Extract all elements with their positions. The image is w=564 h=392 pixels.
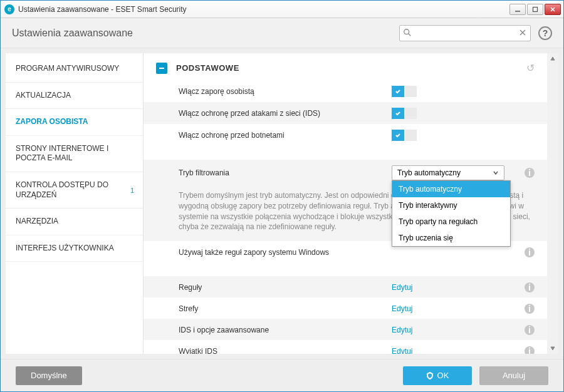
label-enable-ids: Włącz ochronę przed atakami z sieci (IDS… [179,109,392,118]
info-icon[interactable]: i [525,325,535,335]
search-icon [403,28,412,37]
sidebar-item-update[interactable]: AKTUALIZACJA [6,83,143,110]
window-frame: e Ustawienia zaawansowane - ESET Smart S… [0,0,564,392]
content: PROGRAM ANTYWIRUSOWY AKTUALIZACJA ZAPORA… [1,48,563,359]
search-box [399,25,531,41]
row-zones: Strefy Edytuj i [144,297,547,319]
default-button[interactable]: Domyślne [16,366,82,385]
link-edit-zones[interactable]: Edytuj [392,304,412,313]
link-edit-ids-exc[interactable]: Edytuj [392,347,412,354]
chevron-down-icon [493,170,499,176]
toggle-enable-firewall[interactable] [392,86,417,97]
svg-point-4 [404,29,409,34]
svg-line-5 [409,33,411,36]
sidebar-item-antivirus[interactable]: PROGRAM ANTYWIRUSOWY [6,56,143,83]
header: Ustawienia zaawansowane ? [1,18,563,48]
info-icon[interactable]: i [525,247,535,257]
info-icon[interactable]: i [525,282,535,292]
row-filter-mode: Tryb filtrowania Tryb automatyczny Tryb … [144,160,547,185]
minimize-button[interactable] [509,4,526,15]
dropdown-option[interactable]: Tryb uczenia się [392,230,510,246]
settings-panel: PODSTAWOWE ↺ Włącz zaporę osobistą Włącz… [144,53,547,354]
scrollbar[interactable] [547,53,558,354]
scroll-down-icon[interactable] [547,343,558,354]
sidebar-item-web-email[interactable]: STRONY INTERNETOWE I POCZTA E-MAIL [6,136,143,172]
svg-marker-9 [551,347,555,350]
link-edit-rules[interactable]: Edytuj [392,283,412,292]
clear-search-icon[interactable] [518,28,527,37]
row-ids-adv: IDS i opcje zaawansowane Edytuj i [144,319,547,340]
footer: Domyślne OK Anuluj [1,359,563,391]
dropdown-option[interactable]: Tryb automatyczny [392,181,510,197]
check-icon [395,132,401,138]
help-button[interactable]: ? [538,26,552,40]
ok-button[interactable]: OK [403,366,472,385]
app-icon: e [4,4,14,14]
sidebar-item-device-control[interactable]: KONTROLA DOSTĘPU DO URZĄDZEŃ 1 [6,172,143,209]
dropdown-option[interactable]: Tryb interaktywny [392,197,510,214]
select-value: Tryb automatyczny [397,168,461,177]
svg-rect-1 [533,7,538,11]
sidebar-badge: 1 [130,185,134,194]
svg-marker-8 [551,57,555,60]
minimize-icon [514,6,521,13]
search-input[interactable] [399,25,531,41]
reset-icon[interactable]: ↺ [526,62,535,74]
close-button[interactable] [545,4,561,15]
toggle-enable-ids[interactable] [392,108,417,119]
label-rules: Reguły [179,283,392,292]
cancel-button[interactable]: Anuluj [479,366,548,385]
row-enable-ids: Włącz ochronę przed atakami z sieci (IDS… [144,102,547,124]
check-icon [395,88,401,95]
label-ids-exc: Wyjątki IDS [179,347,392,354]
label-win-rules: Używaj także reguł zapory systemu Window… [179,248,392,257]
titlebar: e Ustawienia zaawansowane - ESET Smart S… [1,1,563,18]
maximize-button[interactable] [527,4,543,15]
toggle-enable-botnet[interactable] [392,130,417,141]
info-icon[interactable]: i [525,304,535,314]
label-filter-mode: Tryb filtrowania [179,168,392,177]
ok-label: OK [437,371,449,380]
link-edit-ids-adv[interactable]: Edytuj [392,326,412,334]
info-icon[interactable]: i [525,168,535,178]
info-icon[interactable]: i [525,346,535,354]
collapse-toggle[interactable] [156,63,167,74]
maximize-icon [532,6,538,13]
label-enable-botnet: Włącz ochronę przed botnetami [179,131,392,140]
section-title: PODSTAWOWE [176,63,239,73]
window-title: Ustawienia zaawansowane - ESET Smart Sec… [18,5,509,14]
close-icon [550,6,556,13]
sidebar-item-ui[interactable]: INTERFEJS UŻYTKOWNIKA [6,235,143,262]
label-enable-firewall: Włącz zaporę osobistą [179,87,392,96]
sidebar-item-label: KONTROLA DOSTĘPU DO URZĄDZEŃ [16,180,108,199]
sidebar: PROGRAM ANTYWIRUSOWY AKTUALIZACJA ZAPORA… [6,53,144,354]
row-enable-botnet: Włącz ochronę przed botnetami [144,124,547,146]
dropdown-option[interactable]: Tryb oparty na regułach [392,214,510,230]
shield-icon [426,372,434,379]
row-enable-firewall: Włącz zaporę osobistą [144,80,547,102]
section-header: PODSTAWOWE ↺ [144,53,547,80]
row-rules: Reguły Edytuj i [144,276,547,297]
dropdown-filter-mode: Tryb automatyczny Tryb interaktywny Tryb… [392,180,511,247]
scroll-up-icon[interactable] [547,53,558,64]
row-ids-exc: Wyjątki IDS Edytuj i [144,340,547,354]
page-title: Ustawienia zaawansowane [12,28,399,39]
sidebar-item-tools[interactable]: NARZĘDZIA [6,209,143,235]
sidebar-item-firewall[interactable]: ZAPORA OSOBISTA [6,109,143,136]
label-zones: Strefy [179,304,392,313]
label-ids-adv: IDS i opcje zaawansowane [179,326,392,334]
select-filter-mode[interactable]: Tryb automatyczny [392,165,504,180]
check-icon [395,110,401,116]
